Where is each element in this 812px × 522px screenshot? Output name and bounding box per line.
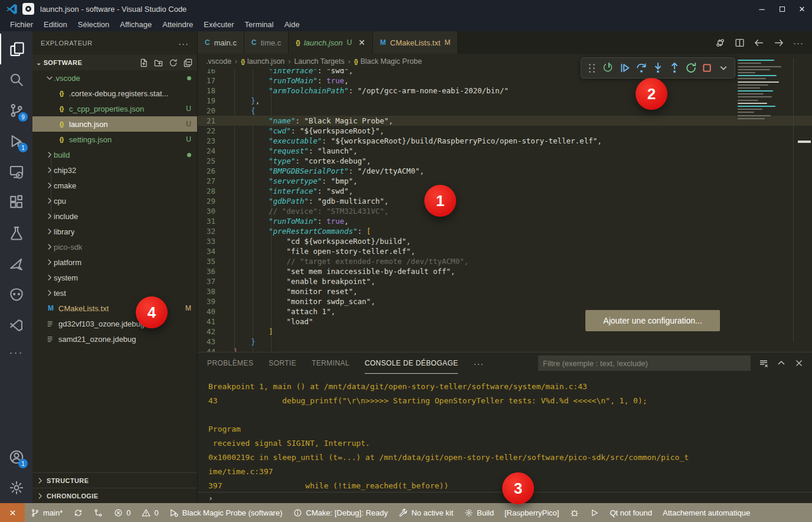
menu-atteindre[interactable]: Atteindre	[157, 18, 198, 31]
clear-console-icon[interactable]	[759, 358, 768, 368]
split-editor-icon[interactable]	[735, 38, 745, 48]
new-file-icon[interactable]	[139, 58, 148, 67]
menu-terminal[interactable]: Terminal	[240, 18, 279, 31]
status-0[interactable]: 0	[136, 508, 163, 517]
tab-time-c[interactable]: Ctime.c	[244, 31, 289, 54]
tree-item-system[interactable]: system	[32, 270, 197, 285]
tab-main-c[interactable]: Cmain.c	[198, 31, 244, 54]
tree-item-test[interactable]: test	[32, 285, 197, 301]
menu-fichier[interactable]: Fichier	[5, 18, 38, 31]
navigate-forward-icon[interactable]	[774, 38, 784, 48]
maximize-panel-icon[interactable]	[777, 358, 786, 368]
tree-item-settings-json[interactable]: {}settings.jsonU	[32, 132, 197, 147]
debug-step-into-button[interactable]	[650, 60, 666, 76]
menu-edition[interactable]: Edition	[38, 18, 73, 31]
activity-extensions[interactable]	[0, 187, 32, 218]
status-qt-not-found[interactable]: Qt not found	[604, 508, 657, 517]
tree-item-chip32[interactable]: chip32	[32, 162, 197, 178]
tree-item-cmake[interactable]: cmake	[32, 178, 197, 193]
debug-step-over-button[interactable]	[634, 60, 649, 76]
close-panel-icon[interactable]	[794, 358, 804, 368]
section-header-structure[interactable]: STRUCTURE	[32, 472, 197, 488]
tree-item--cortex-debug-registers-stat-[interactable]: {}.cortex-debug.registers.stat...	[32, 86, 197, 101]
status-attachement-automatique[interactable]: Attachement automatique	[657, 508, 755, 517]
panel-tab-console-de-d-bogage[interactable]: CONSOLE DE DÉBOGAGE	[365, 353, 458, 374]
debug-restart-button[interactable]	[683, 60, 699, 76]
breadcrumb-item[interactable]: {}Black Magic Probe	[354, 57, 422, 66]
tree-item-c-cpp-properties-json[interactable]: {}c_cpp_properties.jsonU	[32, 101, 197, 116]
activity-test-beaker[interactable]	[0, 218, 32, 249]
status-raspberrypico[interactable]: [RaspberryPico]	[499, 508, 564, 517]
panel-tab-terminal[interactable]: TERMINAL	[312, 353, 349, 374]
maximize-button[interactable]	[772, 0, 792, 18]
remote-indicator[interactable]	[0, 503, 25, 522]
activity-source-control[interactable]: 9	[0, 95, 32, 126]
debug-console-output[interactable]: Breakpoint 1, main () at /mnt/data/git/o…	[198, 374, 812, 492]
refresh-icon[interactable]	[169, 58, 178, 67]
add-configuration-button[interactable]: Ajouter une configuration...	[585, 310, 720, 331]
status-no-active-kit[interactable]: No active kit	[393, 508, 459, 517]
panel-tab-sortie[interactable]: SORTIE	[269, 353, 296, 374]
activity-settings-gear[interactable]	[0, 472, 32, 503]
menu-aide[interactable]: Aide	[279, 18, 305, 31]
tab-cmakelists-txt[interactable]: MCMakeLists.txtM	[373, 31, 458, 54]
activity-more-icon[interactable]: ···	[9, 341, 24, 364]
status-bug[interactable]	[564, 508, 584, 517]
tab-launch-json[interactable]: {}launch.jsonU✕	[289, 31, 373, 54]
close-tab-icon[interactable]: ✕	[358, 38, 365, 47]
tree-item-include[interactable]: include	[32, 208, 197, 224]
debug-power-button[interactable]	[601, 60, 617, 76]
status-cmake-debug-ready[interactable]: CMake: [Debug]: Ready	[288, 508, 394, 517]
activity-alien-head[interactable]	[0, 279, 32, 310]
menu-sélection[interactable]: Sélection	[73, 18, 114, 31]
section-header-chronologie[interactable]: CHRONOLOGIE	[32, 488, 197, 503]
status-0[interactable]: 0	[108, 508, 136, 517]
minimize-button[interactable]: ─	[752, 0, 772, 18]
activity-vs-logo[interactable]	[0, 310, 32, 341]
tree-item-pico-sdk[interactable]: pico-sdk	[32, 239, 197, 255]
activity-account[interactable]: 1	[0, 442, 32, 472]
status-play[interactable]	[584, 508, 604, 517]
breadcrumb-item[interactable]: {}launch.json	[241, 57, 284, 66]
tree-item-launch-json[interactable]: {}launch.jsonU	[32, 116, 197, 132]
tree-item-cmakelists-txt[interactable]: MCMakeLists.txtM	[32, 301, 197, 316]
debug-continue-button[interactable]	[618, 60, 633, 76]
debug-stop-button[interactable]	[699, 60, 715, 76]
menu-exécuter[interactable]: Exécuter	[198, 18, 239, 31]
close-button[interactable]: ✕	[792, 0, 812, 18]
debug-chevron-down-button[interactable]	[716, 60, 731, 76]
status-sync[interactable]	[68, 508, 88, 517]
new-folder-icon[interactable]	[154, 58, 163, 67]
activity-remote-explorer[interactable]	[0, 156, 32, 187]
breadcrumb-item[interactable]: Launch Targets	[294, 57, 344, 66]
activity-tools-triangle[interactable]	[0, 249, 32, 279]
sidebar-more-icon[interactable]: ···	[178, 38, 189, 48]
panel-more-icon[interactable]: ···	[473, 358, 484, 368]
status-black-magic-probe-software[interactable]: Black Magic Probe (software)	[164, 508, 288, 517]
activity-search[interactable]	[0, 64, 32, 95]
status-build[interactable]: Build	[459, 508, 499, 517]
navigate-back-icon[interactable]	[754, 38, 764, 48]
tree-item--vscode[interactable]: .vscode	[32, 70, 197, 86]
menu-affichage[interactable]: Affichage	[114, 18, 157, 31]
debug-filter-input[interactable]	[538, 355, 751, 371]
tree-item-platform[interactable]: platform	[32, 255, 197, 270]
code-editor[interactable]: 16"interface": "swd",17"runToMain": true…	[198, 69, 812, 352]
panel-tab-probl-mes[interactable]: PROBLÈMES	[207, 353, 253, 374]
minimap[interactable]	[735, 58, 794, 341]
debug-step-out-button[interactable]	[667, 60, 682, 76]
compare-changes-icon[interactable]	[715, 38, 725, 48]
section-header-software[interactable]: ⌄ SOFTWARE	[32, 55, 197, 70]
tree-item-samd21-ozone-jdebug[interactable]: samd21_ozone.jdebug	[32, 331, 197, 347]
tree-item-gd32vf103-ozone-jdebug[interactable]: gd32vf103_ozone.jdebug	[32, 316, 197, 331]
activity-run-debug[interactable]: 1	[0, 126, 32, 156]
status-git-graph[interactable]	[88, 508, 108, 517]
tree-item-build[interactable]: build	[32, 147, 197, 162]
toolbar-gripper[interactable]	[585, 60, 600, 76]
tree-item-cpu[interactable]: cpu	[32, 193, 197, 208]
activity-files[interactable]	[0, 34, 32, 64]
breadcrumb-item[interactable]: .vscode	[206, 57, 231, 66]
collapse-all-icon[interactable]	[184, 58, 192, 67]
status-main[interactable]: main*	[25, 508, 68, 517]
more-actions-icon[interactable]: ···	[793, 38, 804, 48]
